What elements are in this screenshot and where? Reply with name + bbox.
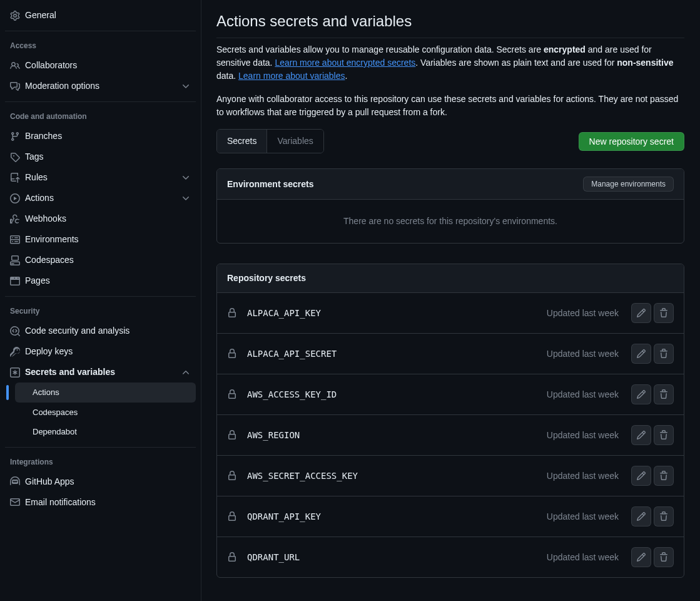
delete-secret-button[interactable] xyxy=(654,384,674,404)
chevron-down-icon xyxy=(181,81,191,91)
delete-secret-button[interactable] xyxy=(654,425,674,445)
secret-updated: Updated last week xyxy=(547,510,619,523)
people-icon xyxy=(10,61,20,71)
edit-secret-button[interactable] xyxy=(631,506,651,527)
lock-icon xyxy=(227,389,237,399)
sidebar-item-moderation[interactable]: Moderation options xyxy=(5,76,196,96)
sidebar-subitem-dependabot[interactable]: Dependabot xyxy=(15,422,196,442)
pencil-icon xyxy=(636,308,646,318)
section-header-access: Access xyxy=(5,36,196,55)
secret-row: ALPACA_API_SECRETUpdated last week xyxy=(217,333,684,374)
codespaces-icon xyxy=(10,255,20,265)
nav-label: Webhooks xyxy=(25,212,191,225)
repository-secrets-title: Repository secrets xyxy=(227,272,306,285)
delete-secret-button[interactable] xyxy=(654,466,674,486)
pencil-icon xyxy=(636,552,646,562)
sidebar-subitem-codespaces[interactable]: Codespaces xyxy=(15,403,196,423)
hubot-icon xyxy=(10,476,20,486)
sidebar-item-pages[interactable]: Pages xyxy=(5,270,196,291)
secret-name: ALPACA_API_KEY xyxy=(247,307,547,320)
edit-secret-button[interactable] xyxy=(631,303,651,323)
pencil-icon xyxy=(636,389,646,399)
secrets-list: ALPACA_API_KEYUpdated last weekALPACA_AP… xyxy=(217,293,684,577)
sidebar-item-actions[interactable]: Actions xyxy=(5,188,196,208)
tab-variables[interactable]: Variables xyxy=(267,130,323,153)
codescan-icon xyxy=(10,326,20,336)
secret-updated: Updated last week xyxy=(547,307,619,320)
secret-name: AWS_ACCESS_KEY_ID xyxy=(247,388,547,401)
tab-secrets[interactable]: Secrets xyxy=(217,130,267,153)
nav-label: Pages xyxy=(25,274,191,287)
lock-icon xyxy=(227,349,237,359)
trash-icon xyxy=(659,471,669,481)
key-asterisk-icon xyxy=(10,367,20,378)
sidebar-item-collaborators[interactable]: Collaborators xyxy=(5,55,196,76)
sidebar-item-environments[interactable]: Environments xyxy=(5,229,196,250)
nav-label: Branches xyxy=(25,130,191,143)
chevron-down-icon xyxy=(181,173,191,183)
nav-label: Collaborators xyxy=(25,59,191,72)
secret-name: QDRANT_URL xyxy=(247,551,547,564)
edit-secret-button[interactable] xyxy=(631,547,651,567)
chevron-up-icon xyxy=(181,367,191,378)
environment-secrets-empty: There are no secrets for this repository… xyxy=(217,200,684,243)
new-repository-secret-button[interactable]: New repository secret xyxy=(579,132,684,151)
server-icon xyxy=(10,235,20,245)
learn-more-variables-link[interactable]: Learn more about variables xyxy=(238,71,345,81)
nav-label: Codespaces xyxy=(25,254,191,267)
secret-updated: Updated last week xyxy=(547,551,619,564)
sidebar-item-tags[interactable]: Tags xyxy=(5,146,196,167)
environment-secrets-panel: Environment secrets Manage environments … xyxy=(216,168,684,244)
pencil-icon xyxy=(636,430,646,440)
nav-label: GitHub Apps xyxy=(25,475,191,488)
sidebar-item-code-security[interactable]: Code security and analysis xyxy=(5,321,196,341)
delete-secret-button[interactable] xyxy=(654,547,674,567)
environment-secrets-title: Environment secrets xyxy=(227,178,314,191)
edit-secret-button[interactable] xyxy=(631,466,651,486)
nav-label: Secrets and variables xyxy=(25,366,181,379)
delete-secret-button[interactable] xyxy=(654,303,674,323)
tag-icon xyxy=(10,152,20,162)
nav-label: Tags xyxy=(25,150,191,163)
delete-secret-button[interactable] xyxy=(654,506,674,527)
sidebar-item-general[interactable]: General xyxy=(5,5,196,26)
sidebar-item-github-apps[interactable]: GitHub Apps xyxy=(5,471,196,492)
section-header-security: Security xyxy=(5,302,196,321)
secret-updated: Updated last week xyxy=(547,347,619,361)
intro-text: Secrets and variables allow you to manag… xyxy=(216,43,684,119)
repository-secrets-panel: Repository secrets ALPACA_API_KEYUpdated… xyxy=(216,264,684,578)
secret-row: AWS_ACCESS_KEY_IDUpdated last week xyxy=(217,374,684,414)
secrets-variables-tabs: Secrets Variables xyxy=(216,129,324,153)
manage-environments-button[interactable]: Manage environments xyxy=(583,177,674,192)
trash-icon xyxy=(659,349,669,359)
settings-sidebar: General Access Collaborators Moderation … xyxy=(0,0,201,601)
mail-icon xyxy=(10,497,20,507)
pencil-icon xyxy=(636,349,646,359)
trash-icon xyxy=(659,389,669,399)
sidebar-item-email-notifications[interactable]: Email notifications xyxy=(5,492,196,513)
sidebar-item-webhooks[interactable]: Webhooks xyxy=(5,208,196,229)
edit-secret-button[interactable] xyxy=(631,425,651,445)
sidebar-item-branches[interactable]: Branches xyxy=(5,126,196,146)
nav-label: Deploy keys xyxy=(25,345,191,358)
secret-row: QDRANT_API_KEYUpdated last week xyxy=(217,496,684,537)
secret-updated: Updated last week xyxy=(547,388,619,401)
edit-secret-button[interactable] xyxy=(631,384,651,404)
browser-icon xyxy=(10,276,20,286)
section-header-code: Code and automation xyxy=(5,107,196,126)
secret-name: QDRANT_API_KEY xyxy=(247,510,547,523)
sidebar-item-codespaces[interactable]: Codespaces xyxy=(5,250,196,270)
webhook-icon xyxy=(10,214,20,224)
sidebar-item-deploy-keys[interactable]: Deploy keys xyxy=(5,341,196,362)
git-branch-icon xyxy=(10,131,20,141)
nav-label: Actions xyxy=(25,192,181,205)
sidebar-subitem-actions[interactable]: Actions xyxy=(15,383,196,403)
delete-secret-button[interactable] xyxy=(654,344,674,364)
sidebar-item-secrets-variables[interactable]: Secrets and variables xyxy=(5,362,196,383)
learn-more-secrets-link[interactable]: Learn more about encrypted secrets xyxy=(275,58,415,68)
nav-label: Code security and analysis xyxy=(25,324,191,337)
nav-label: General xyxy=(25,9,191,22)
nav-label: Rules xyxy=(25,171,181,184)
edit-secret-button[interactable] xyxy=(631,344,651,364)
sidebar-item-rules[interactable]: Rules xyxy=(5,167,196,188)
